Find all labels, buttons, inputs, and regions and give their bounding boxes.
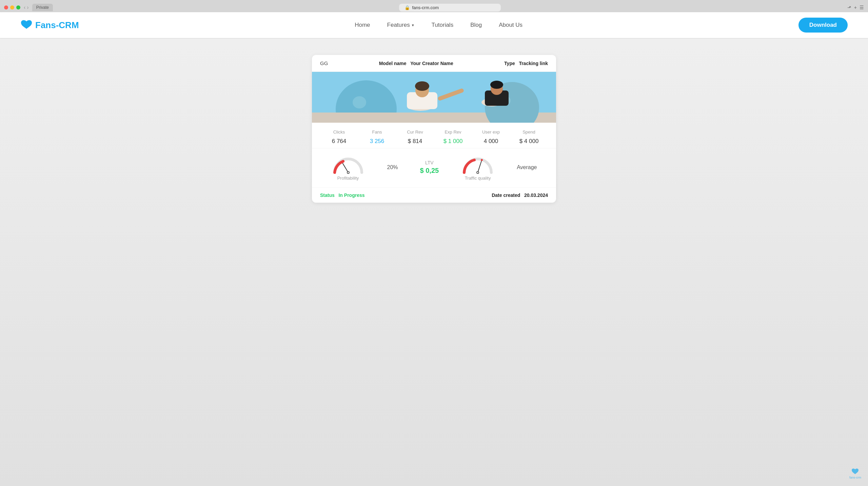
svg-point-22 <box>481 159 483 161</box>
chevron-down-icon: ▼ <box>411 23 415 27</box>
watermark-icon <box>851 468 859 476</box>
logo-icon <box>20 19 33 31</box>
browser-chrome: ‹ › Private 🔒 fans-crm.com ⬏ + ☰ <box>0 0 868 12</box>
profitability-gauge-svg <box>331 154 365 174</box>
traffic-quality-value: Average <box>517 164 537 170</box>
stat-cur-rev: Cur Rev $ 814 <box>396 129 434 145</box>
address-bar-container: 🔒 fans-crm.com <box>56 4 844 12</box>
lock-icon: 🔒 <box>405 5 410 10</box>
card-id: GG <box>320 60 328 66</box>
fans-label: Fans <box>358 129 396 135</box>
date-value: 20.03.2024 <box>524 193 548 198</box>
status-value: In Progress <box>338 193 364 198</box>
type-value: Tracking link <box>519 61 548 66</box>
clicks-value: 6 764 <box>320 138 358 145</box>
ltv-group: LTV $ 0,25 <box>420 160 439 175</box>
cur-rev-value: $ 814 <box>396 138 434 145</box>
date-section: Date created 20.03.2024 <box>492 193 548 198</box>
card-hero-image <box>312 72 556 123</box>
exp-rev-label: Exp Rev <box>434 129 472 135</box>
fullscreen-button[interactable] <box>16 5 20 9</box>
download-button[interactable]: Download <box>798 18 848 33</box>
card-header: GG Model name Your Creator Name Type Tra… <box>312 55 556 72</box>
tracking-card: GG Model name Your Creator Name Type Tra… <box>312 55 556 203</box>
new-tab-icon[interactable]: + <box>854 5 857 10</box>
model-name-label: Model name <box>379 61 407 66</box>
traffic-quality-gauge-svg <box>461 154 495 174</box>
stat-user-exp: User exp 4 000 <box>472 129 510 145</box>
stat-clicks: Clicks 6 764 <box>320 129 358 145</box>
user-exp-value: 4 000 <box>472 138 510 145</box>
address-bar[interactable]: 🔒 fans-crm.com <box>399 4 501 12</box>
status-section: Status In Progress <box>320 193 365 198</box>
nav-features[interactable]: Features ▼ <box>387 22 415 28</box>
stats-row: Clicks 6 764 Fans 3 256 Cur Rev $ 814 Ex… <box>312 123 556 148</box>
svg-point-14 <box>490 81 503 89</box>
card-footer: Status In Progress Date created 20.03.20… <box>312 188 556 203</box>
profitability-percent: 20% <box>387 164 398 170</box>
user-exp-label: User exp <box>472 129 510 135</box>
address-text: fans-crm.com <box>412 5 439 10</box>
svg-point-18 <box>341 161 343 163</box>
ltv-value: $ 0,25 <box>420 167 439 175</box>
date-label: Date created <box>492 193 520 198</box>
ltv-label: LTV <box>425 160 434 165</box>
nav-arrows: ‹ › <box>24 4 29 11</box>
nav-blog[interactable]: Blog <box>470 22 482 28</box>
spend-value: $ 4 000 <box>510 138 548 145</box>
cur-rev-label: Cur Rev <box>396 129 434 135</box>
watermark-text: fans-crm <box>849 476 861 479</box>
profitability-gauge: Profitability <box>331 154 365 181</box>
stat-fans: Fans 3 256 <box>358 129 396 145</box>
gauges-row: Profitability 20% LTV $ 0,25 <box>312 148 556 188</box>
traffic-lights <box>4 5 20 9</box>
forward-icon[interactable]: › <box>27 4 28 11</box>
svg-point-21 <box>477 172 478 173</box>
sidebar-icon[interactable]: ☰ <box>860 5 864 10</box>
back-icon[interactable]: ‹ <box>24 4 25 11</box>
type-section: Type Tracking link <box>504 61 548 66</box>
features-label: Features <box>387 22 410 28</box>
nav-home[interactable]: Home <box>355 22 370 28</box>
model-name-section: Model name Your Creator Name <box>379 61 453 66</box>
close-button[interactable] <box>4 5 8 9</box>
type-label: Type <box>504 61 515 66</box>
logo-text: Fans-CRM <box>35 20 79 31</box>
status-label: Status <box>320 193 335 198</box>
exp-rev-value: $ 1 000 <box>434 138 472 145</box>
traffic-quality-label: Traffic quality <box>465 176 491 181</box>
main-content: GG Model name Your Creator Name Type Tra… <box>0 38 868 220</box>
svg-point-17 <box>348 172 349 173</box>
model-name-value: Your Creator Name <box>410 61 453 66</box>
site-header: Fans-CRM Home Features ▼ Tutorials Blog … <box>0 12 868 38</box>
main-nav: Home Features ▼ Tutorials Blog About Us <box>355 22 522 28</box>
nav-about-us[interactable]: About Us <box>499 22 522 28</box>
fans-value: 3 256 <box>358 138 396 145</box>
nav-tutorials[interactable]: Tutorials <box>432 22 454 28</box>
stat-exp-rev: Exp Rev $ 1 000 <box>434 129 472 145</box>
browser-tab[interactable]: Private <box>32 4 53 11</box>
svg-point-8 <box>415 81 429 91</box>
svg-line-19 <box>478 160 482 173</box>
tab-label: Private <box>36 5 49 10</box>
traffic-quality-gauge: Traffic quality <box>461 154 495 181</box>
bottom-logo-watermark: fans-crm <box>849 468 861 479</box>
svg-line-15 <box>342 162 348 173</box>
profitability-label: Profitability <box>337 176 359 181</box>
page: Fans-CRM Home Features ▼ Tutorials Blog … <box>0 12 868 486</box>
svg-point-2 <box>353 96 366 108</box>
browser-actions: ⬏ + ☰ <box>847 5 864 10</box>
clicks-label: Clicks <box>320 129 358 135</box>
stat-spend: Spend $ 4 000 <box>510 129 548 145</box>
spend-label: Spend <box>510 129 548 135</box>
logo[interactable]: Fans-CRM <box>20 19 79 31</box>
minimize-button[interactable] <box>10 5 14 9</box>
share-icon[interactable]: ⬏ <box>847 5 851 10</box>
